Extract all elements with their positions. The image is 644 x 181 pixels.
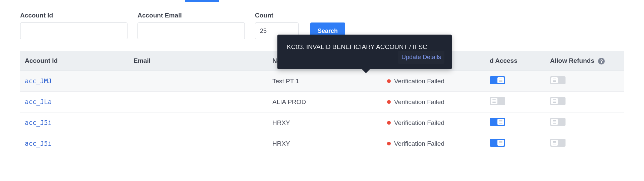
account-email-field-group: Account Email <box>138 12 245 39</box>
name-cell: HRXY <box>268 112 382 133</box>
toggle-knob-icon <box>497 77 504 83</box>
toggle-knob-icon <box>551 140 558 146</box>
allow-refunds-toggle[interactable] <box>550 139 566 147</box>
toggle-knob-icon <box>551 77 558 83</box>
table-row: acc_J5iHRXYVerification Failed <box>20 112 624 133</box>
tooltip-message: KC03: INVALID BENEFICIARY ACCOUNT / IFSC <box>287 43 427 50</box>
dashboard-access-toggle[interactable] <box>490 76 505 84</box>
account-id-link[interactable]: acc_JMJ <box>25 77 52 85</box>
status-dot-icon <box>387 121 391 125</box>
status-text: Verification Failed <box>394 98 444 106</box>
account-id-input[interactable] <box>20 22 127 39</box>
email-cell <box>129 133 268 154</box>
status-cell[interactable]: Verification Failed <box>387 119 480 127</box>
table-row: acc_JLaALIA PRODVerification Failed <box>20 92 624 112</box>
account-id-link[interactable]: acc_JLa <box>25 98 52 105</box>
header-dashboard-access: d Access <box>485 51 545 71</box>
status-cell[interactable]: Verification Failed <box>387 140 480 147</box>
count-label: Count <box>255 12 299 19</box>
account-id-link[interactable]: acc_J5i <box>25 140 52 147</box>
email-cell <box>129 112 268 133</box>
header-allow-refunds: Allow Refunds ? <box>545 51 624 71</box>
allow-refunds-toggle[interactable] <box>550 118 566 126</box>
name-cell: HRXY <box>268 133 382 154</box>
dashboard-access-toggle[interactable] <box>490 118 505 126</box>
status-dot-icon <box>387 79 391 83</box>
email-cell <box>129 92 268 112</box>
header-account-id: Account Id <box>20 51 129 71</box>
accounts-table-container: KC03: INVALID BENEFICIARY ACCOUNT / IFSC… <box>4 51 640 154</box>
status-cell[interactable]: Verification Failed <box>387 98 480 106</box>
account-id-field-group: Account Id <box>20 12 127 39</box>
toggle-knob-icon <box>551 98 558 104</box>
status-dot-icon <box>387 100 391 104</box>
toggle-knob-icon <box>491 98 497 104</box>
toggle-knob-icon <box>497 119 504 125</box>
dashboard-access-toggle[interactable] <box>490 139 505 147</box>
status-text: Verification Failed <box>394 78 444 85</box>
allow-refunds-toggle[interactable] <box>550 76 566 84</box>
header-email: Email <box>129 51 268 71</box>
account-id-link[interactable]: acc_J5i <box>25 119 52 126</box>
dashboard-access-toggle[interactable] <box>490 97 505 105</box>
name-cell: ALIA PROD <box>268 92 382 112</box>
status-text: Verification Failed <box>394 119 444 127</box>
account-email-input[interactable] <box>138 22 245 39</box>
table-row: acc_JMJTest PT 1Verification Failed <box>20 71 624 92</box>
tooltip-arrow-icon <box>361 69 371 73</box>
tooltip-update-details-link[interactable]: Update Details <box>398 51 444 64</box>
account-id-label: Account Id <box>20 12 127 19</box>
status-text: Verification Failed <box>394 140 444 147</box>
header-allow-refunds-text: Allow Refunds <box>550 57 594 64</box>
table-row: acc_J5iHRXYVerification Failed <box>20 133 624 154</box>
name-cell: Test PT 1 <box>268 71 382 92</box>
status-tooltip: KC03: INVALID BENEFICIARY ACCOUNT / IFSC… <box>277 35 452 69</box>
allow-refunds-toggle[interactable] <box>550 97 566 105</box>
help-icon[interactable]: ? <box>598 58 605 64</box>
status-cell[interactable]: Verification Failed <box>387 78 480 85</box>
email-cell <box>129 71 268 92</box>
toggle-knob-icon <box>497 140 504 146</box>
status-dot-icon <box>387 142 391 145</box>
active-tab-indicator <box>185 0 219 2</box>
toggle-knob-icon <box>551 119 558 125</box>
account-email-label: Account Email <box>138 12 245 19</box>
